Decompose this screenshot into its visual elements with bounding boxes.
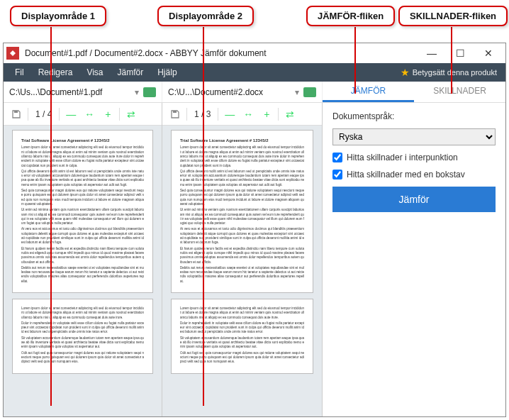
fit-width-icon[interactable]: ↔ [81,106,98,123]
star-icon: ★ [401,67,410,78]
close-button[interactable]: ✕ [474,45,503,62]
content-area: 1 / 4 — ↔ + ⇄ Trial Software License Agr… [4,103,505,416]
svg-rect-1 [14,111,18,113]
checkbox-oneletter-input[interactable] [332,170,342,179]
connector-1 [50,27,52,406]
sync-scroll-icon[interactable]: ⇄ [281,106,298,123]
language-select[interactable]: Ryska [332,128,496,145]
checkbox-punctuation[interactable]: Hitta skillnader i interpunktion [332,153,496,162]
document-bar: C:\Us...\Document#1.pdf ▾ C:\U...\Docume… [4,82,505,103]
sync-scroll-icon[interactable]: ⇄ [123,106,140,123]
app-window: Document#1.pdf / Document#2.docx - ABBYY… [3,43,506,417]
doc1-page-1: Trial Software License Agreement # 12345… [12,130,153,293]
checkbox-oneletter[interactable]: Hitta skillnader med en bokstav [332,170,496,179]
display-area-2: 1 / 3 — ↔ + ⇄ Trial Software License Agr… [162,103,323,416]
callout-display-2: Displayområde 2 [157,6,254,26]
titlebar: Document#1.pdf / Document#2.docx - ABBYY… [4,43,505,63]
maximize-button[interactable]: ☐ [446,45,474,62]
callout-display-1: Displayområde 1 [10,6,106,26]
callout-diffs-tab: SKILLNADER-fliken [398,6,508,26]
checkbox-oneletter-label: Hitta skillnader med en bokstav [347,170,465,179]
chevron-down-icon: ▾ [295,87,299,97]
callout-compare-tab: JÄMFÖR-fliken [306,6,395,26]
menu-compare[interactable]: Jämför [111,63,151,82]
rate-label: Betygsätt denna produkt [413,68,497,77]
svg-rect-2 [173,111,177,113]
menu-view[interactable]: Visa [79,63,110,82]
fit-width-icon[interactable]: ↔ [240,106,257,123]
minimize-button[interactable]: — [418,45,446,62]
doc1-pages[interactable]: Trial Software License Agreement # 12345… [4,126,162,416]
doc1-path: C:\Us...\Document#1.pdf [9,87,130,97]
connector-4 [451,27,452,94]
doc1-page-2: Lorem ipsum dolor sit amet consectetur a… [12,299,153,374]
zoom-in-icon[interactable]: + [99,106,116,123]
doc2-path: C:\U...\Document#2.docx [168,87,291,97]
compare-panel: Dokumentspråk: Ryska Hitta skillnader i … [323,103,505,416]
lang-label: Dokumentspråk: [332,111,496,121]
zoom-out-icon[interactable]: — [62,106,79,123]
zoom-out-icon[interactable]: — [221,106,238,123]
folder-icon[interactable] [303,87,316,97]
doc1-selector[interactable]: C:\Us...\Document#1.pdf ▾ [4,82,162,102]
menu-help[interactable]: Hjälp [150,63,184,82]
doc2-selector[interactable]: C:\U...\Document#2.docx ▾ [162,82,323,102]
connector-3 [354,27,356,94]
folder-icon[interactable] [143,87,156,97]
chevron-down-icon: ▾ [135,87,139,97]
window-title: Document#1.pdf / Document#2.docx - ABBYY… [25,48,418,58]
doc2-pages[interactable]: Trial Software License Agreement # 12345… [162,126,322,416]
menu-edit[interactable]: Redigera [31,63,80,82]
save-icon[interactable] [167,106,184,123]
doc1-heading: Trial Software License Agreement # 12345… [21,138,144,143]
tab-compare[interactable]: JÄMFÖR [323,82,414,102]
zoom-in-icon[interactable]: + [258,106,275,123]
checkbox-punctuation-label: Hitta skillnader i interpunktion [347,153,458,162]
compare-button[interactable]: Jämför [332,187,496,212]
save-icon[interactable] [8,106,25,123]
menubar: Fil Redigera Visa Jämför Hjälp ★ Betygsä… [4,63,505,82]
doc2-page-1: Trial Software License Agreement # 12345… [171,130,313,293]
doc2-toolbar: 1 / 3 — ↔ + ⇄ [162,103,322,126]
display-area-1: 1 / 4 — ↔ + ⇄ Trial Software License Agr… [4,103,162,416]
doc2-page-2: Lorem ipsum dolor sit amet consectetur a… [171,299,313,374]
app-icon [6,47,19,60]
doc1-toolbar: 1 / 4 — ↔ + ⇄ [4,103,162,126]
checkbox-punctuation-input[interactable] [332,153,342,162]
menu-file[interactable]: Fil [8,63,31,82]
connector-2 [203,27,204,406]
doc1-page-indicator[interactable]: 1 / 4 [31,109,56,119]
doc2-heading: Trial Software License Agreement # 12345… [180,138,304,143]
side-tabs: JÄMFÖR SKILLNADER [323,82,505,102]
tab-differences[interactable]: SKILLNADER [414,82,505,102]
